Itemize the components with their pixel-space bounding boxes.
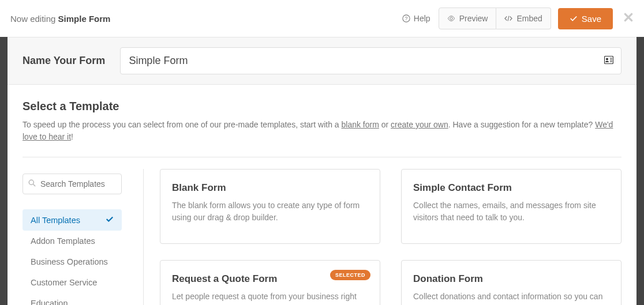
search-wrap [23,174,143,194]
save-label: Save [582,14,601,24]
desc-or: or [379,120,391,129]
help-label: Help [414,14,430,23]
main-panel: Name Your Form Select a Template To spee… [8,37,636,305]
desc-prefix: To speed up the process you can select f… [23,120,342,129]
embed-label: Embed [516,14,542,23]
category-customer-service[interactable]: Customer Service [23,272,122,293]
selected-badge: SELECTED [330,270,370,280]
create-own-link[interactable]: create your own [391,120,448,129]
app-window: Now editing Simple Form ? Help Preview E… [0,0,644,305]
category-list: All Templates Addon Templates Business O… [23,209,143,305]
template-sidebar: All Templates Addon Templates Business O… [23,169,144,305]
eye-icon [447,14,455,22]
blank-form-link[interactable]: blank form [342,120,379,129]
topbar-actions: ? Help Preview Embed Save [394,7,634,29]
search-icon [28,179,36,189]
template-card-desc: Let people request a quote from your bus… [172,291,368,306]
close-button[interactable] [623,11,634,26]
content-wrap: Name Your Form Select a Template To spee… [0,37,644,305]
template-card-desc: Collect donations and contact informatio… [413,291,609,306]
template-card-title: Donation Form [413,273,609,285]
form-name-input[interactable] [120,47,621,74]
svg-point-7 [29,180,33,184]
topbar: Now editing Simple Form ? Help Preview E… [0,0,644,37]
editing-status: Now editing Simple Form [10,14,394,24]
category-business-operations[interactable]: Business Operations [23,251,122,272]
category-label: Business Operations [31,257,108,266]
embed-button[interactable]: Embed [496,7,551,29]
name-input-wrap [120,47,621,74]
template-card-request-quote[interactable]: SELECTED Request a Quote Form Let people… [160,260,380,306]
preview-label: Preview [459,14,488,23]
save-button[interactable]: Save [558,8,613,29]
desc-suffix: . Have a suggestion for a new template? [448,120,595,129]
category-label: Customer Service [31,278,97,287]
category-label: Education [31,299,68,305]
code-icon [504,14,512,22]
name-form-section: Name Your Form [8,37,636,85]
template-section: Select a Template To speed up the proces… [8,85,636,305]
svg-line-8 [33,184,36,187]
check-icon [106,215,114,225]
template-card-desc: Collect the names, emails, and messages … [413,199,609,224]
search-templates-input[interactable] [23,174,122,194]
category-addon-templates[interactable]: Addon Templates [23,231,122,251]
desc-end: ! [71,132,73,141]
category-label: All Templates [31,216,80,225]
close-icon [623,12,634,22]
template-card-desc: The blank form allows you to create any … [172,199,368,224]
check-icon [570,14,578,22]
help-icon: ? [402,14,410,22]
category-all-templates[interactable]: All Templates [23,209,122,231]
left-gutter [0,37,8,305]
template-section-desc: To speed up the process you can select f… [23,119,621,143]
help-button[interactable]: ? Help [394,8,439,29]
preview-button[interactable]: Preview [439,7,497,29]
editing-form-name: Simple Form [58,14,111,24]
template-body: All Templates Addon Templates Business O… [23,169,621,305]
template-card-simple-contact[interactable]: Simple Contact Form Collect the names, e… [401,169,621,244]
template-card-blank-form[interactable]: Blank Form The blank form allows you to … [160,169,380,244]
svg-point-3 [606,58,608,60]
template-card-title: Blank Form [172,182,368,194]
right-gutter [636,37,644,305]
template-card-donation[interactable]: Donation Form Collect donations and cont… [401,260,621,306]
svg-text:?: ? [405,16,407,21]
editing-prefix: Now editing [10,14,58,24]
category-education[interactable]: Education [23,293,122,305]
templates-grid: Blank Form The blank form allows you to … [144,169,621,305]
section-divider [23,157,621,157]
name-form-label: Name Your Form [23,55,105,67]
contact-card-icon [604,56,613,66]
category-label: Addon Templates [31,236,95,246]
template-card-title: Simple Contact Form [413,182,609,194]
template-section-title: Select a Template [23,100,621,113]
